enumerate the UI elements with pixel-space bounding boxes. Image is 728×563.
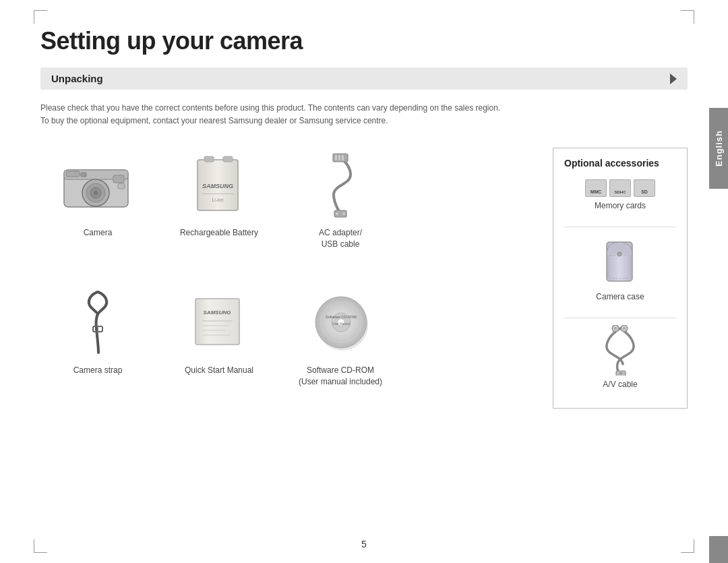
svg-rect-8 bbox=[81, 173, 86, 177]
corner-mark-bl bbox=[34, 539, 47, 553]
camera-image bbox=[57, 148, 138, 222]
description-text: Please check that you have the correct c… bbox=[40, 102, 539, 127]
svg-rect-15 bbox=[202, 194, 233, 194]
strap-label: Camera strap bbox=[73, 365, 123, 376]
page-title: Setting up your camera bbox=[40, 27, 688, 55]
usb-label: AC adapter/ USB cable bbox=[319, 227, 362, 250]
language-tab-label: English bbox=[714, 130, 724, 167]
av-cable-label: A/V cable bbox=[603, 380, 637, 389]
svg-point-48 bbox=[619, 372, 622, 375]
svg-rect-7 bbox=[113, 175, 124, 183]
svg-rect-12 bbox=[204, 156, 214, 162]
camera-case-icon bbox=[600, 234, 640, 288]
memory-cards-label: Memory cards bbox=[595, 201, 646, 210]
cd-image: Software CD-ROM User Manual bbox=[300, 285, 381, 359]
battery-icon: SAMSUNG Li-ion bbox=[192, 153, 246, 217]
manual-image: SAMSUNG bbox=[179, 285, 260, 359]
language-tab: English bbox=[709, 108, 728, 189]
item-usb: AC adapter/ USB cable bbox=[283, 148, 398, 272]
items-grid: Camera bbox=[40, 148, 553, 409]
section-header: Unpacking bbox=[40, 67, 688, 90]
svg-rect-19 bbox=[338, 155, 340, 160]
bottom-right-decoration bbox=[709, 536, 728, 563]
page-content: Setting up your camera Unpacking Please … bbox=[40, 0, 688, 409]
camera-label: Camera bbox=[84, 227, 113, 239]
camera-case-label: Camera case bbox=[596, 292, 644, 301]
main-content: Camera bbox=[40, 148, 688, 409]
divider-2 bbox=[564, 318, 676, 318]
corner-mark-br bbox=[681, 539, 694, 553]
svg-rect-9 bbox=[118, 183, 125, 189]
svg-point-46 bbox=[623, 327, 626, 330]
svg-point-6 bbox=[94, 191, 98, 195]
usb-icon bbox=[317, 151, 364, 218]
svg-rect-20 bbox=[342, 155, 344, 160]
optional-item-camera-case: Camera case bbox=[596, 234, 644, 301]
optional-accessories-title: Optional accessories bbox=[564, 158, 659, 169]
svg-text:SAMSUNG: SAMSUNG bbox=[202, 183, 233, 189]
optional-item-memory-cards: MMC SDHC SD Memory cards bbox=[585, 179, 655, 210]
usb-image bbox=[300, 148, 381, 222]
svg-point-45 bbox=[614, 327, 617, 330]
item-manual: SAMSUNG Quick Start Manual bbox=[162, 285, 276, 409]
svg-point-23 bbox=[342, 212, 345, 215]
av-cable-icon bbox=[599, 325, 642, 376]
battery-image: SAMSUNG Li-ion bbox=[179, 148, 260, 222]
memory-cards-image: MMC SDHC SD bbox=[585, 179, 655, 197]
arrow-right-icon bbox=[670, 73, 677, 84]
manual-label: Quick Start Manual bbox=[185, 365, 253, 376]
svg-rect-18 bbox=[335, 155, 337, 160]
divider-1 bbox=[564, 227, 676, 227]
optional-item-av-cable: A/V cable bbox=[599, 325, 642, 389]
sdhc-card: SDHC bbox=[609, 179, 631, 197]
item-cd: Software CD-ROM User Manual Software CD-… bbox=[283, 285, 398, 409]
item-battery: SAMSUNG Li-ion Rechargeable Battery bbox=[162, 148, 276, 272]
manual-icon: SAMSUNG bbox=[189, 295, 249, 349]
cd-icon: Software CD-ROM User Manual bbox=[309, 290, 373, 354]
svg-rect-13 bbox=[223, 156, 233, 162]
optional-accessories-panel: Optional accessories MMC SDHC SD Memory … bbox=[553, 148, 688, 409]
mmc-card: MMC bbox=[585, 179, 607, 197]
svg-text:User Manual: User Manual bbox=[332, 322, 350, 326]
svg-rect-2 bbox=[66, 171, 80, 177]
sd-card: SD bbox=[634, 179, 655, 197]
svg-text:SAMSUNG: SAMSUNG bbox=[204, 309, 231, 316]
page-number: 5 bbox=[361, 539, 367, 550]
cd-label: Software CD-ROM (User manual included) bbox=[299, 365, 382, 388]
battery-label: Rechargeable Battery bbox=[180, 227, 258, 239]
item-camera: Camera bbox=[40, 148, 155, 272]
svg-rect-27 bbox=[195, 299, 239, 345]
svg-point-22 bbox=[336, 212, 338, 215]
camera-icon bbox=[61, 158, 135, 212]
svg-text:Li-ion: Li-ion bbox=[212, 198, 223, 202]
strap-icon bbox=[80, 289, 117, 356]
section-title: Unpacking bbox=[51, 73, 103, 84]
svg-text:Software CD-ROM: Software CD-ROM bbox=[326, 315, 357, 319]
page-footer: 5 bbox=[361, 539, 367, 550]
strap-image bbox=[57, 285, 138, 359]
item-strap: Camera strap bbox=[40, 285, 155, 409]
